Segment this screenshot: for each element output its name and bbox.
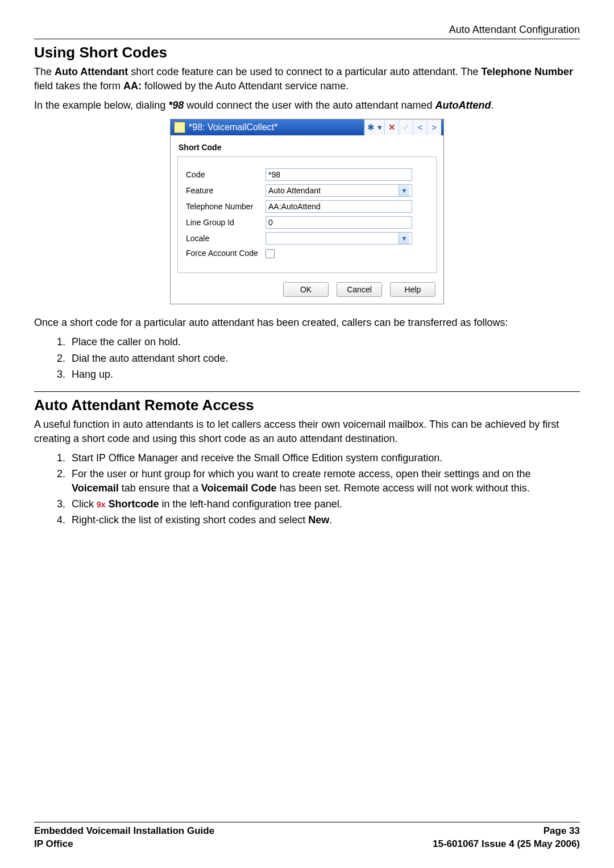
- code-label: Code: [186, 170, 265, 180]
- feature-select[interactable]: Auto Attendant ▼: [265, 184, 412, 197]
- feature-value: Auto Attendant: [268, 185, 321, 196]
- help-button[interactable]: Help: [390, 282, 435, 297]
- force-account-code-checkbox[interactable]: [265, 249, 275, 258]
- heading-using-short-codes: Using Short Codes: [34, 43, 580, 63]
- dialog-button-row: OK Cancel Help: [171, 279, 443, 304]
- paragraph-remote-intro: A useful function in auto attendants is …: [34, 418, 580, 445]
- shortcode-icon: [174, 122, 185, 133]
- list-item: Dial the auto attendant short code.: [68, 352, 580, 365]
- delete-button[interactable]: ✕: [384, 119, 399, 135]
- remote-access-steps: Start IP Office Manager and receive the …: [34, 451, 580, 527]
- locale-select[interactable]: ▼: [265, 232, 412, 245]
- transfer-steps: Place the caller on hold. Dial the auto …: [34, 335, 580, 381]
- chevron-down-icon: ▼: [399, 185, 409, 196]
- list-item: Place the caller on hold.: [68, 335, 580, 349]
- paragraph-shortcode-intro: The Auto Attendant short code feature ca…: [34, 65, 580, 93]
- dialog-titlebar: *98: VoicemailCollect* ✱ ▾ ✕ ✓ < >: [171, 119, 443, 135]
- dialog-toolbar: ✱ ▾ ✕ ✓ < >: [364, 119, 441, 135]
- section-divider: [34, 391, 580, 392]
- telephone-number-label: Telephone Number: [186, 201, 265, 212]
- heading-remote-access: Auto Attendant Remote Access: [34, 395, 580, 415]
- list-item: Right-click the list of existing short c…: [68, 513, 580, 527]
- apply-button[interactable]: ✓: [399, 119, 413, 135]
- feature-label: Feature: [186, 185, 265, 196]
- code-input[interactable]: [265, 168, 412, 181]
- paragraph-example: In the example below, dialing *98 would …: [34, 98, 580, 112]
- telephone-number-input[interactable]: [265, 200, 412, 213]
- list-item: Start IP Office Manager and receive the …: [68, 451, 580, 465]
- new-dropdown-button[interactable]: ✱ ▾: [364, 119, 384, 135]
- chevron-down-icon: ▼: [399, 233, 409, 244]
- ok-button[interactable]: OK: [283, 282, 329, 297]
- dialog-title-text: *98: VoicemailCollect*: [189, 121, 364, 134]
- paragraph-transfer-intro: Once a short code for a particular auto …: [34, 316, 580, 329]
- shortcode-tree-icon: 9x: [97, 499, 106, 510]
- page-header: Auto Attendant Configuration: [34, 23, 580, 39]
- list-item: Hang up.: [68, 367, 580, 381]
- line-group-input[interactable]: [265, 216, 412, 229]
- locale-label: Locale: [186, 233, 265, 244]
- next-button[interactable]: >: [427, 119, 441, 135]
- cancel-button[interactable]: Cancel: [337, 282, 382, 297]
- force-account-code-label: Force Account Code: [186, 248, 265, 259]
- prev-button[interactable]: <: [413, 119, 427, 135]
- line-group-label: Line Group Id: [186, 217, 265, 228]
- shortcode-form: Code Feature Auto Attendant ▼ Telephone …: [177, 156, 437, 273]
- tab-shortcode[interactable]: Short Code: [171, 135, 443, 154]
- shortcode-dialog: *98: VoicemailCollect* ✱ ▾ ✕ ✓ < > Short…: [170, 119, 444, 304]
- list-item: For the user or hunt group for which you…: [68, 467, 580, 495]
- list-item: Click 9x Shortcode in the left-hand conf…: [68, 497, 580, 511]
